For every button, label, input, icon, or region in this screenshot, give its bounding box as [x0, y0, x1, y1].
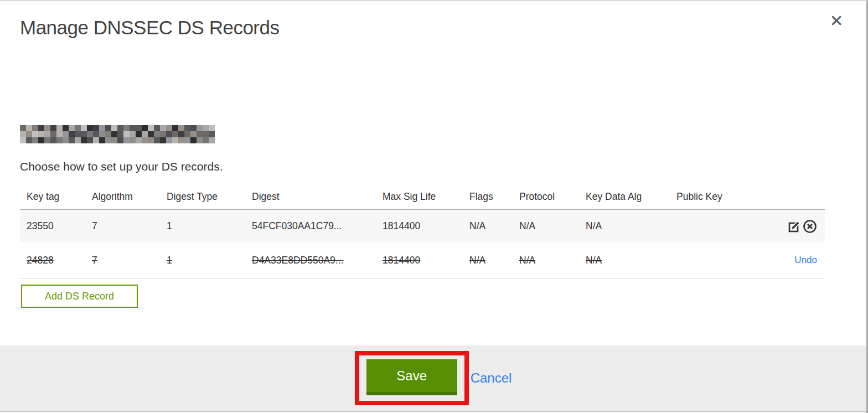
delete-icon[interactable] [803, 219, 817, 234]
page-title: Manage DNSSEC DS Records [20, 17, 279, 39]
row-actions [754, 219, 825, 234]
table-row: 23550 7 1 54FCF030AA1C79... 1814400 N/A … [20, 209, 825, 242]
instruction-text: Choose how to set up your DS records. [20, 160, 223, 173]
col-header-max-sig-life: Max Sig Life [383, 191, 469, 203]
window-bottom-edge [0, 411, 866, 413]
col-header-protocol: Protocol [519, 191, 586, 203]
cell-key-tag: 24828 [27, 255, 92, 266]
table-header-row: Key tag Algorithm Digest Type Digest Max… [20, 184, 825, 209]
ds-records-table: Key tag Algorithm Digest Type Digest Max… [20, 184, 825, 278]
cell-flags: N/A [469, 220, 519, 232]
cell-digest: 54FCF030AA1C79... [252, 220, 383, 232]
col-header-public-key: Public Key [676, 191, 754, 203]
cell-flags: N/A [469, 255, 519, 266]
annotation-highlight-box: Save [355, 351, 469, 405]
col-header-digest-type: Digest Type [167, 191, 252, 203]
col-header-digest: Digest [252, 191, 383, 203]
cell-key-data-alg: N/A [586, 220, 676, 232]
col-header-algorithm: Algorithm [92, 191, 167, 203]
dnssec-modal: Manage DNSSEC DS Records ✕ Choose how to… [0, 1, 866, 345]
cell-protocol: N/A [519, 255, 586, 266]
cell-max-sig-life: 1814400 [383, 220, 469, 232]
cell-protocol: N/A [519, 220, 586, 232]
cell-key-data-alg: N/A [586, 255, 676, 266]
cell-digest: D4A33E8DD550A9... [252, 255, 383, 266]
redacted-domain-name [20, 125, 215, 143]
cancel-link[interactable]: Cancel [471, 370, 512, 386]
cell-digest-type: 1 [167, 255, 252, 266]
cell-digest-type: 1 [167, 220, 252, 232]
col-header-flags: Flags [469, 191, 519, 203]
save-button[interactable]: Save [366, 359, 457, 395]
cell-algorithm: 7 [92, 220, 167, 232]
col-header-key-tag: Key tag [27, 191, 92, 203]
cell-algorithm: 7 [92, 255, 167, 266]
undo-link[interactable]: Undo [794, 255, 817, 266]
table-row: 24828 7 1 D4A33E8DD550A9... 1814400 N/A … [20, 242, 825, 278]
edit-icon[interactable] [788, 219, 802, 234]
close-icon[interactable]: ✕ [828, 12, 845, 30]
modal-footer: Save Cancel [0, 345, 866, 411]
add-ds-record-button[interactable]: Add DS Record [21, 285, 138, 308]
cell-key-tag: 23550 [27, 220, 92, 232]
cell-max-sig-life: 1814400 [383, 255, 469, 266]
col-header-key-data-alg: Key Data Alg [586, 191, 676, 203]
